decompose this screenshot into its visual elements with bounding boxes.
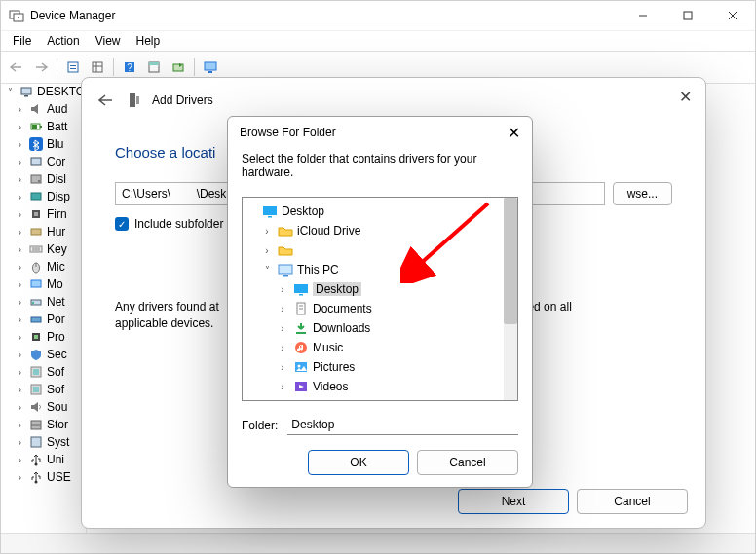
tree-node-pictures[interactable]: › Pictures	[245, 357, 515, 377]
device-category[interactable]: ›Mic	[15, 258, 86, 276]
include-subfolders-checkbox[interactable]: ✓	[115, 217, 129, 231]
tree-node-desktop[interactable]: Desktop	[245, 202, 515, 221]
device-category[interactable]: ›Stor	[15, 416, 86, 433]
tree-root[interactable]: ˅ DESKTO	[5, 83, 86, 100]
toolbar-scan[interactable]	[167, 55, 190, 79]
expand-icon[interactable]: ›	[260, 226, 274, 237]
device-category[interactable]: ›Net	[15, 293, 86, 311]
expand-icon[interactable]: ›	[15, 192, 25, 203]
device-category[interactable]: ›Hur	[15, 223, 86, 240]
device-category[interactable]: ›Syst	[15, 433, 86, 451]
nav-back-button[interactable]	[5, 55, 28, 79]
expand-icon[interactable]: ›	[15, 297, 25, 308]
tree-node-icloud[interactable]: › iCloud Drive	[245, 221, 515, 240]
expand-icon[interactable]: ›	[15, 455, 25, 465]
ok-button[interactable]: OK	[308, 450, 409, 475]
expand-icon[interactable]: ›	[15, 227, 25, 238]
collapse-icon[interactable]: ˅	[5, 87, 16, 97]
expand-icon[interactable]: ›	[276, 343, 289, 353]
menu-view[interactable]: View	[88, 32, 129, 50]
next-button[interactable]: Next	[458, 489, 569, 514]
menu-help[interactable]: Help	[129, 32, 169, 50]
expand-icon[interactable]: ›	[276, 382, 289, 392]
expand-icon[interactable]: ›	[15, 314, 25, 325]
browse-button[interactable]: wse...	[613, 182, 672, 205]
device-category[interactable]: ›Firn	[15, 205, 86, 223]
expand-icon[interactable]: ›	[15, 139, 25, 150]
expand-icon[interactable]: ›	[15, 279, 25, 290]
toolbar-help[interactable]: ?	[118, 55, 141, 79]
expand-icon[interactable]: ›	[15, 350, 25, 360]
device-manager-window: Device Manager File Action View Help ? ˅	[0, 0, 756, 554]
toolbar-action2[interactable]	[86, 55, 109, 79]
tree-node-documents[interactable]: › Documents	[245, 299, 515, 318]
wizard-back-button[interactable]	[94, 89, 117, 112]
expand-icon[interactable]: ›	[15, 104, 25, 115]
expand-icon[interactable]: ›	[15, 402, 25, 413]
expand-icon[interactable]: ›	[15, 157, 25, 167]
device-category[interactable]: ›Pro	[15, 328, 86, 346]
expand-icon[interactable]: ›	[276, 362, 289, 373]
svg-rect-48	[31, 421, 41, 425]
toolbar-action3[interactable]	[142, 55, 166, 79]
device-label: Mo	[47, 277, 63, 291]
close-button[interactable]	[710, 1, 755, 30]
device-category[interactable]: ›Aud	[15, 100, 86, 118]
collapse-icon[interactable]: ˅	[260, 265, 274, 276]
cancel-button[interactable]: Cancel	[577, 489, 688, 514]
expand-icon[interactable]: ›	[15, 472, 25, 483]
menu-action[interactable]: Action	[39, 32, 87, 50]
expand-icon[interactable]: ›	[15, 262, 25, 273]
expand-icon[interactable]: ›	[15, 122, 25, 132]
tree-node-desktop-selected[interactable]: › Desktop	[245, 279, 515, 299]
browse-close-button[interactable]: ✕	[508, 124, 520, 142]
folder-tree-scrollbar[interactable]	[504, 198, 517, 400]
expand-icon[interactable]: ›	[276, 304, 289, 314]
toolbar-monitor[interactable]	[199, 55, 222, 79]
menu-file[interactable]: File	[5, 32, 39, 50]
minimize-button[interactable]	[621, 1, 665, 30]
expand-icon[interactable]: ›	[276, 284, 289, 295]
tree-node-this-pc[interactable]: ˅ This PC	[245, 260, 515, 279]
device-category[interactable]: ›Disp	[15, 188, 86, 205]
device-category[interactable]: ›Sou	[15, 398, 86, 416]
maximize-button[interactable]	[665, 1, 710, 30]
folder-name-input[interactable]	[287, 415, 518, 435]
device-category[interactable]: ›Blu	[15, 135, 86, 153]
folder-tree[interactable]: Desktop › iCloud Drive › ˅ This PC › Des…	[242, 197, 518, 401]
device-category[interactable]: ›Sec	[15, 346, 86, 363]
device-category[interactable]: ›Uni	[15, 451, 86, 468]
device-category[interactable]: ›USE	[15, 468, 86, 486]
nav-forward-button[interactable]	[29, 55, 53, 79]
expand-icon[interactable]: ›	[15, 332, 25, 343]
device-category[interactable]: ›Batt	[15, 118, 86, 135]
expand-icon[interactable]: ›	[15, 244, 25, 255]
browse-cancel-button[interactable]: Cancel	[417, 450, 518, 475]
device-category[interactable]: ›Sof	[15, 381, 86, 398]
tree-node-videos[interactable]: › Videos	[245, 377, 515, 396]
device-label: Cor	[47, 155, 65, 168]
device-category[interactable]: ›Disl	[15, 170, 86, 188]
wizard-close-button[interactable]: ✕	[679, 88, 692, 106]
device-category[interactable]: ›Sof	[15, 363, 86, 381]
device-category[interactable]: ›Cor	[15, 153, 86, 170]
device-label: Sec	[47, 348, 67, 361]
expand-icon[interactable]: ›	[15, 385, 25, 395]
tree-node-blank[interactable]: ›	[245, 240, 515, 260]
tree-node-downloads[interactable]: › Downloads	[245, 318, 515, 338]
tree-node-music[interactable]: › Music	[245, 338, 515, 357]
device-category[interactable]: ›Key	[15, 240, 86, 258]
expand-icon[interactable]: ›	[15, 174, 25, 185]
expand-icon[interactable]: ›	[260, 245, 274, 256]
expand-icon[interactable]: ›	[15, 437, 25, 448]
folder-icon	[278, 223, 293, 239]
expand-icon[interactable]: ›	[276, 323, 289, 334]
device-category[interactable]: ›Mo	[15, 276, 86, 293]
toolbar-action1[interactable]	[61, 55, 85, 79]
device-tree[interactable]: ˅ DESKTO ›Aud›Batt›Blu›Cor›Disl›Disp›Fir…	[1, 79, 87, 534]
expand-icon[interactable]: ›	[15, 209, 25, 220]
expand-icon[interactable]: ›	[15, 420, 25, 430]
expand-icon[interactable]: ›	[15, 367, 25, 378]
svg-point-52	[35, 481, 38, 484]
device-category[interactable]: ›Por	[15, 311, 86, 328]
